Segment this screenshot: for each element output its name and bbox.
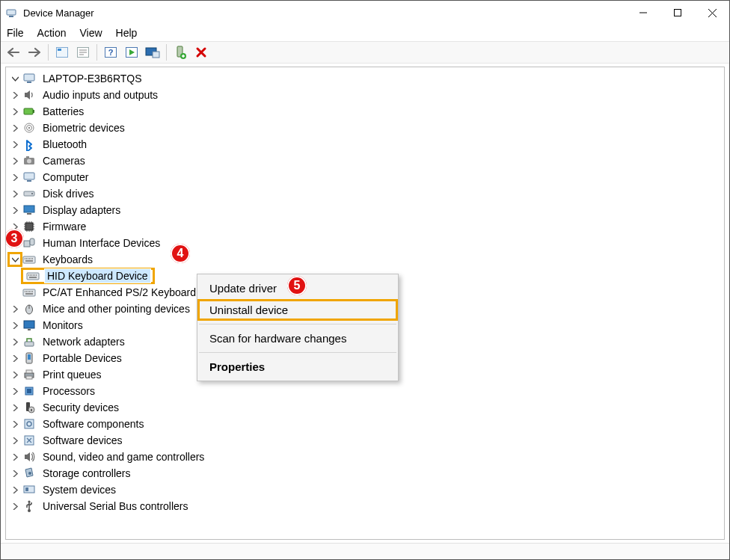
tree-item-system[interactable]: System devices xyxy=(9,481,724,498)
close-button[interactable] xyxy=(695,1,729,25)
swcomp-icon xyxy=(22,417,36,431)
context-menu-scan[interactable]: Scan for hardware changes xyxy=(197,327,398,349)
toolbar-properties-button[interactable] xyxy=(73,43,93,62)
tree-item-bluetooth[interactable]: Bluetooth xyxy=(9,136,724,153)
toolbar-back-button[interactable] xyxy=(4,43,23,62)
tree-twisty[interactable] xyxy=(9,385,21,397)
display-icon xyxy=(22,203,36,217)
svg-rect-7 xyxy=(58,49,61,51)
tree-item-security[interactable]: Security devices xyxy=(9,399,724,416)
tree-item-swdev[interactable]: Software devices xyxy=(9,432,724,449)
tree-item-label: System devices xyxy=(40,483,118,496)
toolbar-uninstall-button[interactable] xyxy=(191,43,211,62)
tree-item-swcomp[interactable]: Software components xyxy=(9,416,724,432)
portable-icon xyxy=(22,351,36,365)
tree-twisty[interactable] xyxy=(9,105,21,117)
tree-twisty[interactable] xyxy=(9,188,21,200)
toolbar-separator xyxy=(96,44,97,61)
tree-item-label: Processors xyxy=(40,384,97,398)
context-menu-separator xyxy=(199,324,396,324)
speaker-icon xyxy=(22,88,36,102)
tree-item-label: Firmware xyxy=(40,220,88,233)
tree-item-label: Network adapters xyxy=(40,335,127,348)
tree-item-label: Sound, video and game controllers xyxy=(40,450,206,464)
context-menu-uninstall[interactable]: Uninstall device xyxy=(197,299,398,321)
tree-item-label: Keyboards xyxy=(40,253,95,266)
app-icon xyxy=(5,7,17,19)
tree-item-display[interactable]: Display adapters xyxy=(9,202,724,218)
tree-twisty[interactable] xyxy=(9,451,21,463)
toolbar-show-hidden-button[interactable] xyxy=(52,43,72,62)
tree-item-processors[interactable]: Processors xyxy=(9,383,724,399)
tree-item-label: Cameras xyxy=(40,154,88,167)
tree-twisty[interactable] xyxy=(9,73,21,84)
menu-file[interactable]: File xyxy=(7,27,24,39)
tree-item-label: Human Interface Devices xyxy=(40,236,162,250)
tree-item-keyboards[interactable]: Keyboards xyxy=(9,251,724,268)
tree-twisty[interactable] xyxy=(9,352,21,364)
tree-twisty[interactable] xyxy=(9,303,21,315)
toolbar-add-hardware-button[interactable] xyxy=(171,43,190,62)
tree-root-node[interactable]: LAPTOP-E3B6RTQS xyxy=(9,70,724,87)
toolbar-separator xyxy=(48,44,49,61)
svg-text:?: ? xyxy=(108,48,114,57)
highlighted-selection: HID Keyboard Device xyxy=(21,268,155,284)
tree-twisty[interactable] xyxy=(9,204,21,216)
tree-item-label: Bluetooth xyxy=(40,138,89,151)
device-tree-panel[interactable]: 3 4 5 LAPTOP-E3B6RTQSAudio inputs and ou… xyxy=(5,67,725,540)
tree-twisty[interactable] xyxy=(9,122,21,134)
tree-twisty[interactable] xyxy=(9,138,21,150)
tree-twisty[interactable] xyxy=(9,369,21,381)
swdev-icon xyxy=(22,434,36,447)
menu-view[interactable]: View xyxy=(79,27,102,39)
chip-icon xyxy=(22,220,36,233)
tree-twisty[interactable] xyxy=(9,319,21,331)
tree-item-sound[interactable]: Sound, video and game controllers xyxy=(9,449,724,465)
tree-item-label: HID Keyboard Device xyxy=(44,268,151,283)
tree-twisty[interactable] xyxy=(9,89,21,101)
toolbar-help-button[interactable]: ? xyxy=(101,43,120,62)
tree-item-firmware[interactable]: Firmware xyxy=(9,218,724,235)
tree-twisty[interactable] xyxy=(9,336,21,348)
menu-help[interactable]: Help xyxy=(116,27,138,39)
tree-twisty[interactable] xyxy=(9,171,21,183)
tree-item-disk[interactable]: Disk drives xyxy=(9,185,724,202)
tree-twisty[interactable] xyxy=(9,253,21,265)
tree-item-label: Disk drives xyxy=(40,187,96,200)
minimize-button[interactable] xyxy=(626,1,660,25)
toolbar-console-button[interactable] xyxy=(143,43,162,62)
tree-item-label: Software components xyxy=(40,417,146,431)
tree-item-cameras[interactable]: Cameras xyxy=(9,153,724,169)
menu-action[interactable]: Action xyxy=(37,27,67,39)
maximize-button[interactable] xyxy=(660,1,695,25)
tree-twisty[interactable] xyxy=(9,401,21,413)
tree-item-label: Monitors xyxy=(40,319,85,332)
tree-item-batteries[interactable]: Batteries xyxy=(9,103,724,120)
tree-item-usb[interactable]: Universal Serial Bus controllers xyxy=(9,498,724,514)
tree-item-label: Biometric devices xyxy=(40,121,127,135)
tree-twisty[interactable] xyxy=(9,155,21,167)
tree-twisty[interactable] xyxy=(9,500,21,512)
statusbar xyxy=(1,543,729,559)
tree-item-label: Security devices xyxy=(40,401,121,414)
tree-item-label: Display adapters xyxy=(40,203,123,217)
tree-item-audio[interactable]: Audio inputs and outputs xyxy=(9,87,724,103)
toolbar-update-button[interactable] xyxy=(122,43,141,62)
tree-item-label: Batteries xyxy=(40,105,86,118)
tree-item-biometric[interactable]: Biometric devices xyxy=(9,120,724,136)
tree-item-computer[interactable]: Computer xyxy=(9,169,724,185)
tree-spacer xyxy=(9,270,21,282)
toolbar-forward-button[interactable] xyxy=(25,43,44,62)
tree-twisty[interactable] xyxy=(9,434,21,446)
tree-twisty[interactable] xyxy=(9,484,21,496)
tree-twisty[interactable] xyxy=(9,418,21,430)
tree-item-hid[interactable]: Human Interface Devices xyxy=(9,235,724,251)
tree-item-storage[interactable]: Storage controllers xyxy=(9,465,724,481)
tree-twisty[interactable] xyxy=(9,467,21,479)
bluetooth-icon xyxy=(22,138,36,151)
printer-icon xyxy=(22,368,36,381)
context-menu-props[interactable]: Properties xyxy=(197,356,398,378)
monitor-icon xyxy=(22,319,36,332)
keyboard-icon xyxy=(22,286,36,299)
annotation-badge-5: 5 xyxy=(287,276,307,295)
